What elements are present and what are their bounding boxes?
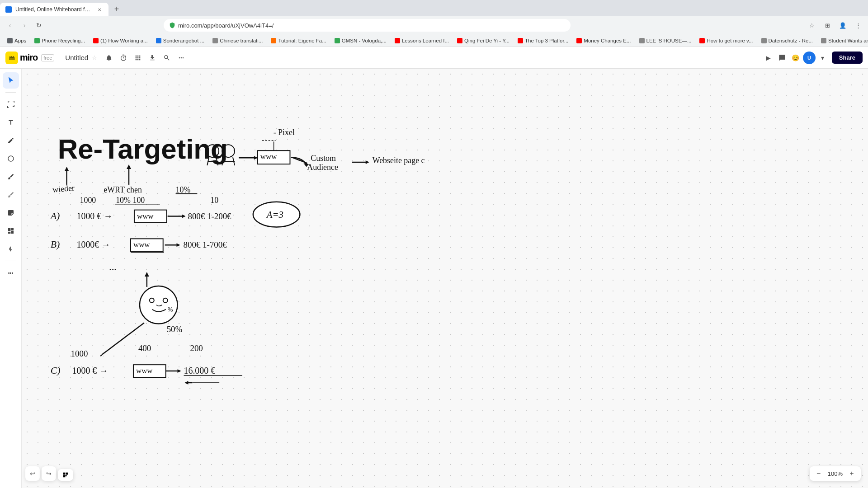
- bookmark-lee[interactable]: LEE 'S HOUSE—...: [636, 37, 695, 44]
- bookmark-label-1: Phone Recycling...: [42, 38, 85, 43]
- tab-close-button[interactable]: ✕: [96, 6, 103, 13]
- more-icon: [178, 54, 185, 61]
- svg-marker-75: [366, 160, 369, 164]
- embed-tool-button[interactable]: [3, 241, 19, 257]
- svg-text:1000 € →: 1000 € →: [72, 366, 108, 375]
- bookmark-favicon-3: [156, 38, 161, 43]
- frames-tool-button[interactable]: [3, 96, 19, 113]
- star-button[interactable]: ☆: [92, 54, 97, 61]
- avatar-display: U: [803, 52, 816, 64]
- bookmark-student[interactable]: Student Wants an...: [817, 37, 868, 44]
- canvas[interactable]: Re-Targeting wieder eWRT chen 10% 1000: [22, 69, 868, 488]
- bookmark-lessons[interactable]: Lessons Learned f...: [391, 37, 453, 44]
- profile-button[interactable]: 👤: [836, 19, 849, 32]
- url-text: miro.com/app/board/uXjVOwA4iT4=/: [178, 22, 565, 29]
- miro-logo[interactable]: m miro: [5, 52, 38, 64]
- bookmark-qing[interactable]: Qing Fei De Yi - Y...: [453, 37, 513, 44]
- share-button[interactable]: Share: [832, 52, 863, 64]
- sticky-note-tool-button[interactable]: [3, 205, 19, 221]
- refresh-button[interactable]: ↻: [33, 19, 45, 32]
- bookmark-favicon-12: [699, 38, 705, 43]
- bookmark-label-7: Lessons Learned f...: [402, 38, 449, 43]
- pen-tool-button[interactable]: [3, 169, 19, 185]
- new-tab-button[interactable]: +: [110, 3, 123, 15]
- comment-icon: [778, 54, 786, 61]
- bookmark-money[interactable]: Money Changes E...: [573, 37, 634, 44]
- text-icon: [7, 119, 14, 126]
- search-button[interactable]: [160, 52, 173, 64]
- bookmark-label-6: GMSN - Vologda,...: [342, 38, 387, 43]
- address-bar[interactable]: miro.com/app/board/uXjVOwA4iT4=/: [164, 19, 571, 32]
- retargeting-title: Re-Targeting: [58, 133, 228, 164]
- svg-text:wieder: wieder: [52, 183, 75, 194]
- shapes-tool-button[interactable]: [3, 150, 19, 167]
- bookmark-label-5: Tutorial: Eigene Fa...: [278, 38, 326, 43]
- select-tool-button[interactable]: [3, 72, 19, 89]
- chevron-down-button[interactable]: ▾: [816, 52, 829, 64]
- undo-button[interactable]: ↩: [25, 466, 40, 481]
- menu-button[interactable]: ⋮: [852, 19, 864, 32]
- svg-text:Webseite page c: Webseite page c: [373, 156, 425, 165]
- notifications-button[interactable]: [103, 52, 115, 64]
- page-button[interactable]: [58, 469, 73, 481]
- bookmark-label-8: Qing Fei De Yi - Y...: [464, 38, 509, 43]
- bookmark-how-working[interactable]: (1) How Working a...: [90, 37, 151, 44]
- bookmark-sonder[interactable]: Sonderangebot ...: [152, 37, 208, 44]
- miro-logo-icon: m: [5, 52, 18, 64]
- timer-icon: [120, 54, 127, 61]
- apps-label: Apps: [14, 38, 26, 43]
- apps-button[interactable]: [132, 52, 144, 64]
- miro-topbar: m miro free Untitled ☆: [0, 47, 868, 69]
- forward-button[interactable]: ›: [18, 19, 31, 32]
- marker-icon: [7, 191, 14, 198]
- present-button[interactable]: ▶: [762, 52, 775, 64]
- comment-button[interactable]: [776, 52, 788, 64]
- more-tools-button[interactable]: •••: [3, 265, 19, 281]
- bookmark-datenschutz[interactable]: Datenschutz - Re...: [758, 37, 816, 44]
- bookmark-button[interactable]: ☆: [806, 19, 818, 32]
- sticky-note-icon: [7, 209, 14, 216]
- svg-text:800€ 1-700€: 800€ 1-700€: [183, 240, 227, 249]
- address-bar-row: ‹ › ↻ miro.com/app/board/uXjVOwA4iT4=/ ☆…: [0, 16, 868, 34]
- extensions-button[interactable]: ⊞: [821, 19, 834, 32]
- bookmark-favicon-6: [335, 38, 340, 43]
- bookmark-label-9: The Top 3 Platfor...: [525, 38, 568, 43]
- timer-button[interactable]: [117, 52, 130, 64]
- bookmark-top3[interactable]: The Top 3 Platfor...: [514, 37, 572, 44]
- svg-point-33: [140, 286, 178, 324]
- back-button[interactable]: ‹: [4, 19, 16, 32]
- browser-actions: ☆ ⊞ 👤 ⋮: [806, 19, 864, 32]
- svg-text:www: www: [136, 366, 153, 375]
- bookmark-favicon-13: [761, 38, 767, 43]
- zoom-in-button[interactable]: +: [846, 468, 857, 479]
- bookmark-howmore[interactable]: How to get more v...: [696, 37, 756, 44]
- redo-button[interactable]: ↪: [42, 466, 56, 481]
- reactions-button[interactable]: 😊: [789, 52, 802, 64]
- text-tool-button[interactable]: [3, 114, 19, 131]
- svg-text:A): A): [50, 210, 60, 221]
- bookmark-phone[interactable]: Phone Recycling...: [31, 37, 89, 44]
- svg-text:10%: 10%: [176, 185, 191, 194]
- bookmark-chinese[interactable]: Chinese translati...: [209, 37, 266, 44]
- svg-text:1000 € →: 1000 € →: [77, 211, 113, 221]
- export-button[interactable]: [146, 52, 159, 64]
- svg-marker-63: [254, 156, 258, 160]
- bookmark-apps[interactable]: Apps: [4, 37, 30, 44]
- separator-2: [5, 261, 16, 261]
- tab-favicon: [5, 6, 12, 13]
- svg-text:A=3: A=3: [266, 209, 283, 220]
- zoom-out-button[interactable]: −: [813, 468, 824, 479]
- bookmark-gmsn[interactable]: GMSN - Vologda,...: [331, 37, 390, 44]
- draw-tool-button[interactable]: [3, 132, 19, 149]
- templates-tool-button[interactable]: [3, 223, 19, 239]
- active-tab[interactable]: Untitled, Online Whiteboard fo... ✕: [0, 3, 108, 16]
- bookmark-label-2: (1) How Working a...: [100, 38, 148, 43]
- board-title[interactable]: Untitled: [65, 54, 88, 61]
- svg-text:200: 200: [190, 343, 203, 353]
- svg-text:eWRT chen: eWRT chen: [104, 185, 142, 194]
- marker-tool-button[interactable]: [3, 187, 19, 203]
- svg-text:1000€  →: 1000€ →: [77, 239, 111, 249]
- bookmark-tutorial[interactable]: Tutorial: Eigene Fa...: [267, 37, 330, 44]
- more-options-button[interactable]: [175, 52, 188, 64]
- svg-marker-28: [177, 243, 180, 247]
